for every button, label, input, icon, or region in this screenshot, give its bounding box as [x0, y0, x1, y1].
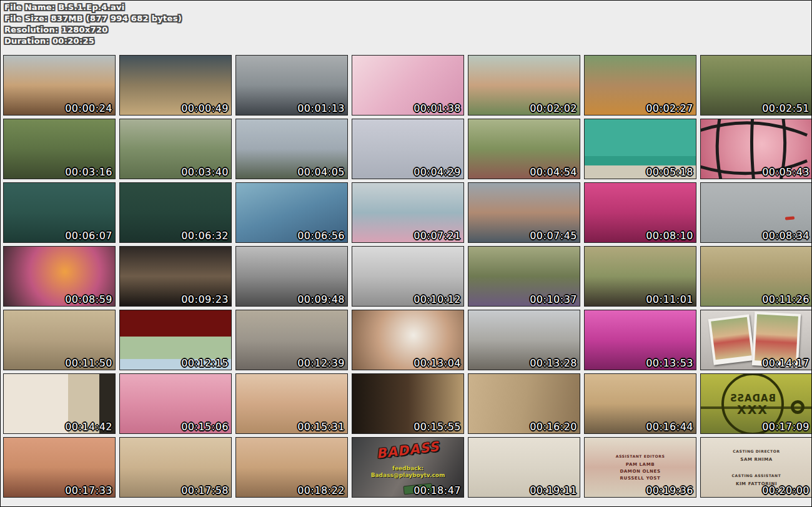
timestamp: 00:18:47 — [413, 485, 461, 496]
polaroid-photo — [708, 314, 755, 365]
timestamp: 00:13:53 — [646, 357, 693, 369]
timestamp: 00:00:49 — [181, 102, 229, 114]
credits-name: PAM LAMB — [626, 461, 655, 468]
timestamp: 00:11:01 — [646, 293, 693, 305]
timestamp: 00:09:48 — [297, 293, 345, 305]
file-meta-line: File Size:837MB (877 994 682 bytes) — [4, 13, 182, 24]
thumbnail-truck-rooftop: 00:17:33 — [3, 437, 116, 498]
timestamp: 00:01:13 — [297, 102, 345, 114]
badass-logo: BADASS — [375, 439, 440, 461]
thumbnail-orange-helmet-rider: 00:02:27 — [584, 55, 696, 116]
thumbnail-casting-credits: CASTING DIRECTOR SAM RHIMA CASTING ASSIS… — [700, 437, 812, 498]
timestamp: 00:05:43 — [762, 166, 810, 178]
thumbnail-parasail-rider: 00:04:05 — [235, 119, 348, 179]
thumbnail-bw-forest: 00:09:48 — [235, 246, 348, 307]
timestamp: 00:11:50 — [65, 357, 112, 369]
timestamp: 00:12:15 — [181, 357, 229, 369]
timestamp: 00:19:11 — [530, 485, 577, 496]
thumbnail-desert-duo: 00:18:22 — [235, 437, 348, 498]
thumbnail-blonde-portrait: 00:14:42 — [3, 373, 116, 434]
thumbnail-falling-tv: 00:17:58 — [119, 437, 232, 498]
timestamp: 00:07:45 — [530, 230, 577, 242]
timestamp: 00:15:06 — [181, 421, 229, 433]
file-meta-line: File Name:B.S.1.Ep.4.avi — [4, 2, 182, 13]
thumbnail-rooftop-deck: 00:01:13 — [235, 55, 348, 116]
timestamp: 00:12:39 — [297, 357, 345, 369]
timestamp: 00:04:29 — [413, 166, 461, 178]
thumbnail-bw-trail-riders: 00:10:12 — [352, 246, 464, 307]
thumbnail-van-interior: 00:13:28 — [468, 310, 580, 370]
thumbnail-lens-flare-rocks: 00:08:59 — [3, 246, 116, 307]
thumbnail-interview-face: 00:13:04 — [352, 310, 464, 370]
timestamp: 00:08:10 — [646, 230, 693, 242]
thumbnail-pink-float-beach: 00:07:21 — [352, 182, 464, 243]
timestamp: 00:08:59 — [65, 293, 112, 305]
timestamp: 00:17:09 — [762, 421, 810, 433]
thumbnail-photo-cards: 00:14:17 — [700, 310, 812, 370]
thumbnail-float-raft: 00:06:32 — [119, 182, 232, 243]
timestamp: 00:03:16 — [65, 166, 112, 178]
thumbnail-magenta-pool: 00:13:53 — [584, 310, 696, 370]
logo-subtitle: XXX — [737, 405, 768, 415]
timestamp: 00:13:28 — [530, 357, 577, 369]
timestamp: 00:15:55 — [413, 421, 461, 433]
timestamp: 00:10:12 — [413, 293, 461, 305]
thumbnail-pink-fabric-closeup: 00:01:38 — [352, 55, 464, 116]
timestamp: 00:15:31 — [297, 421, 345, 433]
thumbnail-forest-rider: 00:10:37 — [468, 246, 580, 307]
meta-value: 00:20:25 — [52, 36, 94, 46]
timestamp: 00:11:26 — [762, 293, 810, 305]
timestamp: 00:17:33 — [65, 485, 112, 496]
timestamp: 00:05:18 — [646, 166, 693, 178]
feedback-email: Badass@playboytv.com — [352, 472, 463, 478]
timestamp: 00:20:00 — [762, 485, 810, 496]
meta-label: Resolution: — [4, 25, 62, 34]
timestamp: 00:08:34 — [762, 230, 810, 242]
timestamp: 00:16:44 — [646, 421, 693, 433]
file-metadata: File Name:B.S.1.Ep.4.aviFile Size:837MB … — [4, 2, 182, 47]
thumbnail-hillside-group: 00:02:02 — [468, 55, 580, 116]
timestamp: 00:00:24 — [65, 102, 112, 114]
thumbnail-lake-splash: 00:06:07 — [3, 182, 116, 243]
timestamp: 00:03:40 — [181, 166, 229, 178]
thumbnail-aerial-resort: 00:03:40 — [119, 119, 232, 179]
thumbnail-dirt-trail-wheel: 00:11:50 — [3, 310, 116, 370]
thumbnail-dark-interior: 00:15:55 — [352, 373, 464, 434]
timestamp: 00:02:02 — [530, 102, 577, 114]
thumbnail-magenta-scene: 00:08:10 — [584, 182, 696, 243]
thumbnail-distant-parachute: 00:04:29 — [352, 119, 464, 179]
timestamp: 00:09:23 — [181, 293, 229, 305]
timestamp: 00:01:38 — [413, 102, 461, 114]
thumbnail-arch-double-exposure: 00:12:39 — [235, 310, 348, 370]
thumbnail-jetski: 00:06:56 — [235, 182, 348, 243]
timestamp: 00:14:42 — [65, 421, 112, 433]
timestamp: 00:02:51 — [762, 102, 810, 114]
meta-value: 1280x720 — [62, 25, 108, 34]
timestamp: 00:06:32 — [181, 230, 229, 242]
timestamp: 00:14:17 — [762, 357, 810, 369]
timestamp: 00:04:05 — [297, 166, 345, 178]
timestamp: 00:06:07 — [65, 230, 112, 242]
timestamp: 00:02:27 — [646, 102, 693, 114]
timestamp: 00:07:21 — [413, 230, 461, 242]
credits-heading: ASSISTANT EDITORS — [616, 454, 665, 458]
timestamp: 00:16:20 — [530, 421, 577, 433]
meta-label: Duration: — [4, 36, 52, 46]
logo-title-mirrored: BADASS — [730, 393, 776, 404]
thumbnail-scratched-film: 00:19:11 — [468, 437, 580, 498]
thumbnail-convertible-passenger: 00:00:24 — [3, 55, 116, 116]
thumbnail-car-interior: 00:00:49 — [119, 55, 232, 116]
timestamp: 00:06:56 — [297, 230, 345, 242]
timestamp: 00:17:58 — [181, 485, 229, 496]
thumbnail-grid: 00:00:2400:00:4900:01:1300:01:3800:02:02… — [3, 55, 812, 498]
thumbnail-bike-blur: 00:11:26 — [700, 246, 812, 307]
kayak-icon — [785, 217, 794, 220]
thumbnail-boat-deck: 00:07:45 — [468, 182, 580, 243]
credits-heading: CASTING ASSISTANT — [732, 473, 781, 478]
timestamp: 00:13:04 — [413, 357, 461, 369]
thumbnail-psychedelic-skyline: 00:12:15 — [119, 310, 232, 370]
meta-label: File Size: — [4, 14, 51, 23]
thumbnail-meadow-hug: 00:04:54 — [468, 119, 580, 179]
logo-ring-icon — [791, 400, 805, 414]
timestamp: 00:04:54 — [530, 166, 577, 178]
